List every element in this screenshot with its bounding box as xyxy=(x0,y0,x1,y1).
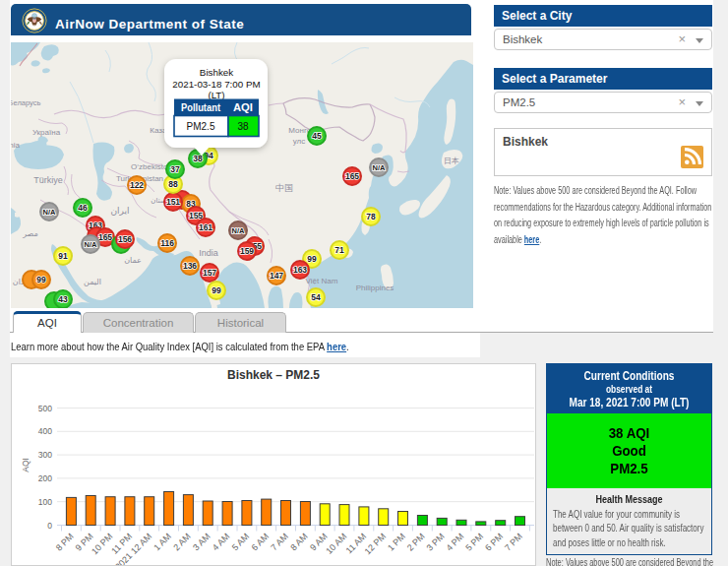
svg-text:N/A: N/A xyxy=(43,208,57,217)
svg-text:159: 159 xyxy=(240,246,254,256)
svg-text:400: 400 xyxy=(38,426,52,436)
svg-text:200: 200 xyxy=(38,473,52,483)
svg-text:37: 37 xyxy=(170,164,180,174)
svg-text:10 PM: 10 PM xyxy=(90,532,114,556)
svg-text:38: 38 xyxy=(237,121,249,132)
svg-text:1 AM: 1 AM xyxy=(152,532,173,553)
svg-text:46: 46 xyxy=(78,203,88,213)
svg-text:4 AM: 4 AM xyxy=(211,532,232,553)
svg-text:165: 165 xyxy=(98,232,112,242)
svg-text:7 AM: 7 AM xyxy=(269,532,290,553)
svg-text:157: 157 xyxy=(203,268,216,278)
svg-text:N/A: N/A xyxy=(232,226,246,235)
svg-text:Việt Nam: Việt Nam xyxy=(306,277,338,285)
svg-text:6 PM: 6 PM xyxy=(483,532,505,553)
svg-text:2 PM: 2 PM xyxy=(405,532,427,553)
svg-text:5 PM: 5 PM xyxy=(463,532,485,553)
svg-text:151: 151 xyxy=(166,197,180,207)
svg-text:Bishkek: Bishkek xyxy=(200,67,233,78)
svg-text:116: 116 xyxy=(160,238,174,248)
svg-text:مصر: مصر xyxy=(22,229,38,238)
svg-text:99: 99 xyxy=(36,275,46,284)
svg-text:99: 99 xyxy=(212,285,221,295)
svg-text:100: 100 xyxy=(38,497,52,507)
svg-text:10 AM: 10 AM xyxy=(324,532,348,556)
svg-text:Bishkek – PM2.5: Bishkek – PM2.5 xyxy=(227,368,320,382)
svg-text:5 AM: 5 AM xyxy=(230,532,252,553)
svg-text:Україна: Україна xyxy=(32,128,61,137)
svg-text:12 PM: 12 PM xyxy=(363,532,388,556)
svg-text:88: 88 xyxy=(168,179,178,189)
svg-text:147: 147 xyxy=(270,271,283,281)
svg-text:2 AM: 2 AM xyxy=(171,532,193,553)
svg-text:PM2.5: PM2.5 xyxy=(187,121,215,132)
svg-text:7 PM: 7 PM xyxy=(503,532,524,553)
svg-text:78: 78 xyxy=(366,212,376,221)
svg-text:Türkiye: Türkiye xyxy=(33,175,63,185)
svg-text:Беларусь: Беларусь xyxy=(11,98,40,107)
svg-text:43: 43 xyxy=(58,294,68,304)
svg-text:4 PM: 4 PM xyxy=(444,532,465,553)
svg-text:38: 38 xyxy=(193,154,203,163)
svg-text:163: 163 xyxy=(293,265,307,275)
svg-text:8 AM: 8 AM xyxy=(288,532,310,553)
svg-text:0: 0 xyxy=(47,521,52,531)
svg-text:500: 500 xyxy=(38,404,52,413)
svg-text:91: 91 xyxy=(58,251,68,261)
svg-text:300: 300 xyxy=(38,450,52,460)
svg-text:2021-03-18 7:00 PM: 2021-03-18 7:00 PM xyxy=(172,79,260,90)
svg-text:AQI: AQI xyxy=(233,101,253,113)
svg-text:8 PM: 8 PM xyxy=(54,532,76,553)
svg-text:161: 161 xyxy=(199,222,212,232)
svg-text:N/A: N/A xyxy=(85,240,98,249)
svg-text:99: 99 xyxy=(307,254,317,264)
svg-text:AQI: AQI xyxy=(21,458,30,472)
svg-text:România: România xyxy=(11,141,21,150)
svg-text:165: 165 xyxy=(345,171,359,181)
svg-text:122: 122 xyxy=(130,180,144,190)
svg-text:India: India xyxy=(199,248,218,258)
svg-text:улс: улс xyxy=(293,137,306,146)
svg-text:N/A: N/A xyxy=(373,163,387,172)
svg-text:71: 71 xyxy=(334,245,344,255)
svg-text:54: 54 xyxy=(311,292,321,302)
svg-text:عمان: عمان xyxy=(124,256,142,265)
svg-text:1 PM: 1 PM xyxy=(386,532,407,553)
svg-text:ايران: ايران xyxy=(110,206,129,216)
svg-text:اليمن: اليمن xyxy=(84,278,101,286)
svg-text:3 AM: 3 AM xyxy=(191,532,212,553)
svg-text:Pollutant: Pollutant xyxy=(181,101,220,113)
svg-text:156: 156 xyxy=(118,234,132,244)
svg-text:日本: 日本 xyxy=(444,157,459,165)
svg-text:3 PM: 3 PM xyxy=(425,532,447,553)
svg-text:6 AM: 6 AM xyxy=(250,532,272,553)
svg-text:136: 136 xyxy=(183,261,197,271)
svg-text:45: 45 xyxy=(312,131,322,141)
svg-text:(LT): (LT) xyxy=(208,90,224,100)
svg-text:中国: 中国 xyxy=(275,183,293,193)
svg-text:Philippines: Philippines xyxy=(356,283,394,292)
